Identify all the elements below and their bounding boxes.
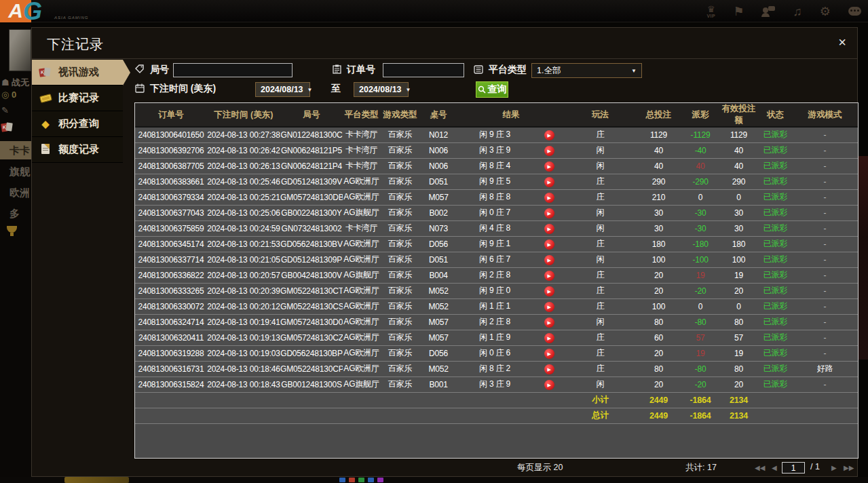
- cell-replay: ▶: [533, 267, 565, 283]
- cell-table-number: D051: [420, 174, 457, 189]
- top-bar: A G ASIA GAMING ♛ VIP ⚑ ♫ ⚙: [0, 0, 868, 22]
- balance-label: ◎ 0: [1, 90, 31, 100]
- cell-total-bet: 100: [635, 298, 682, 314]
- cell-round-number: GM052248130CT: [280, 283, 343, 298]
- cell-round-number: GN07324813002: [280, 220, 343, 236]
- replay-button[interactable]: ▶: [544, 255, 554, 265]
- diamond-icon: ◆: [38, 118, 53, 130]
- lobby-menu-item: 旗舰: [0, 162, 31, 180]
- cell-total-bet: 20: [635, 345, 682, 361]
- cell-game-type: 百家乐: [380, 298, 420, 314]
- cell-valid-bet: 19: [719, 267, 759, 283]
- filter-bar: 局号 订单号 平台类型 1.全部 ▼ 下注时间 (美东) 2024/08/13 …: [127, 60, 857, 102]
- cell-result: 闲 9 庄 3: [457, 127, 533, 142]
- cell-valid-bet: 100: [719, 252, 759, 267]
- cell-payout: 40: [682, 158, 719, 174]
- chat-icon[interactable]: [848, 7, 861, 16]
- flag-icon[interactable]: ⚑: [733, 5, 744, 18]
- replay-button[interactable]: ▶: [544, 271, 554, 281]
- summary-payout: -1864: [682, 392, 719, 408]
- replay-button[interactable]: ▶: [544, 239, 554, 250]
- last-page-icon[interactable]: ▶▶: [844, 464, 854, 471]
- replay-button[interactable]: ▶: [544, 286, 554, 296]
- cell-wager: 庄: [565, 127, 635, 142]
- column-header: 订单号: [135, 103, 207, 127]
- cell-table-number: B001: [420, 376, 457, 392]
- cell-wager: 庄: [565, 189, 635, 205]
- cell-bet-time: 2024-08-13 00:27:38: [207, 127, 280, 142]
- round-number-input[interactable]: [173, 63, 293, 77]
- replay-button[interactable]: ▶: [544, 177, 554, 187]
- replay-button[interactable]: ▶: [544, 193, 554, 203]
- cell-status: 已派彩: [759, 127, 792, 142]
- cell-total-bet: 40: [635, 158, 682, 174]
- tab-video-games[interactable]: K 视讯游戏: [32, 60, 123, 85]
- search-button[interactable]: 查询: [476, 81, 508, 98]
- table-row: 2408130064016502024-08-13 00:27:38GN0122…: [135, 127, 858, 142]
- cell-replay: ▶: [533, 158, 565, 174]
- next-page-icon[interactable]: ▶: [831, 464, 837, 471]
- replay-button[interactable]: ▶: [544, 349, 554, 359]
- cell-table-number: M057: [420, 314, 457, 330]
- cell-table-number: B004: [420, 267, 457, 283]
- per-page-label: 每页显示 20: [517, 462, 563, 474]
- cell-table-number: M052: [420, 283, 457, 298]
- cell-table-number: B002: [420, 205, 457, 220]
- table-header-row: 订单号下注时间 (美东)局号平台类型游戏类型桌号结果玩法总投注派彩有效投注额状态…: [135, 103, 858, 127]
- date-to-picker[interactable]: 2024/08/13 ▼: [354, 82, 409, 97]
- tab-match-records[interactable]: 比赛记录: [32, 85, 123, 111]
- prev-page-icon[interactable]: ◀: [772, 464, 777, 471]
- close-icon[interactable]: ×: [838, 35, 846, 49]
- vip-icon[interactable]: ♛ VIP: [706, 5, 715, 18]
- replay-button[interactable]: ▶: [544, 302, 554, 312]
- cell-order-number: 240813006330072: [135, 298, 207, 314]
- date-from-picker[interactable]: 2024/08/13 ▼: [255, 82, 310, 97]
- cell-order-number: 240813006324714: [135, 314, 207, 330]
- cell-order-number: 240813006316731: [135, 361, 207, 376]
- customer-service-icon[interactable]: [761, 6, 775, 17]
- replay-button[interactable]: ▶: [544, 161, 554, 172]
- cell-status: 已派彩: [759, 220, 792, 236]
- cell-game-mode: -: [792, 174, 858, 189]
- cell-replay: ▶: [533, 220, 565, 236]
- tab-quota-records[interactable]: 额度记录: [32, 137, 123, 163]
- page-number-input[interactable]: 1: [782, 462, 805, 474]
- summary-valid-bet: 2134: [719, 408, 759, 423]
- trophy-icon: [7, 226, 17, 233]
- replay-button[interactable]: ▶: [544, 130, 554, 140]
- gear-icon[interactable]: ⚙: [820, 5, 831, 18]
- cell-valid-bet: 20: [719, 376, 759, 392]
- replay-button[interactable]: ▶: [544, 317, 554, 328]
- replay-button[interactable]: ▶: [544, 333, 554, 343]
- cell-status: 已派彩: [759, 361, 792, 376]
- cell-platform: AG旗舰厅: [343, 205, 380, 220]
- cell-payout: 0: [682, 189, 719, 205]
- bet-time-label: 下注时间 (美东): [135, 83, 216, 95]
- cell-valid-bet: 80: [719, 314, 759, 330]
- order-number-input[interactable]: [383, 63, 464, 77]
- tab-points-query[interactable]: ◆ 积分查询: [32, 111, 123, 137]
- column-header: 结果: [457, 103, 565, 127]
- music-icon[interactable]: ♫: [793, 5, 802, 18]
- column-header: 状态: [759, 103, 792, 127]
- cell-table-number: N006: [420, 158, 457, 174]
- replay-button[interactable]: ▶: [544, 380, 554, 390]
- replay-button[interactable]: ▶: [544, 146, 554, 156]
- cell-result: 闲 0 庄 7: [457, 205, 533, 220]
- replay-button[interactable]: ▶: [544, 364, 554, 374]
- table-row: 2408130063368222024-08-13 00:20:57GB0042…: [135, 267, 858, 283]
- cell-game-type: 百家乐: [380, 236, 420, 252]
- cell-round-number: GN006248121P5: [280, 142, 343, 158]
- cell-status: 已派彩: [759, 330, 792, 345]
- cell-payout: -20: [682, 376, 719, 392]
- platform-type-dropdown[interactable]: 1.全部 ▼: [531, 63, 642, 78]
- replay-button[interactable]: ▶: [544, 208, 554, 218]
- first-page-icon[interactable]: ◀◀: [755, 464, 765, 471]
- replay-button[interactable]: ▶: [544, 224, 554, 234]
- cell-platform: AG欧洲厅: [343, 361, 380, 376]
- cell-order-number: 240813006337714: [135, 252, 207, 267]
- cell-wager: 闲: [565, 314, 635, 330]
- cell-round-number: GN006248121P4: [280, 158, 343, 174]
- logo-subtitle: ASIA GAMING: [54, 16, 88, 20]
- cell-total-bet: 290: [635, 174, 682, 189]
